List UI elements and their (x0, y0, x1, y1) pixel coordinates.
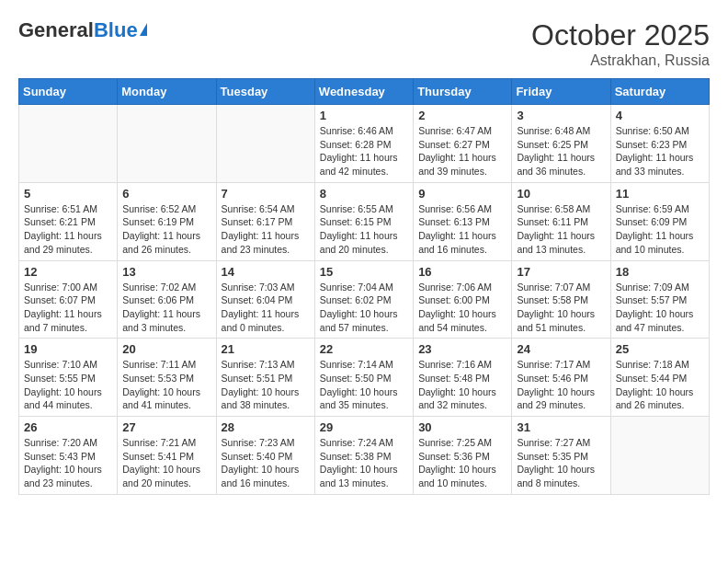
day-info: Sunrise: 7:04 AM Sunset: 6:02 PM Dayligh… (320, 281, 408, 335)
day-number: 13 (122, 265, 210, 279)
calendar-cell (19, 105, 118, 183)
day-number: 4 (616, 109, 704, 122)
day-number: 26 (24, 420, 112, 434)
day-header-saturday: Saturday (610, 79, 709, 105)
day-info: Sunrise: 6:46 AM Sunset: 6:28 PM Dayligh… (320, 124, 408, 178)
calendar-cell: 10Sunrise: 6:58 AM Sunset: 6:11 PM Dayli… (512, 182, 610, 260)
calendar-cell: 15Sunrise: 7:04 AM Sunset: 6:02 PM Dayli… (314, 260, 413, 339)
day-info: Sunrise: 6:58 AM Sunset: 6:11 PM Dayligh… (517, 202, 605, 257)
day-info: Sunrise: 7:02 AM Sunset: 6:06 PM Dayligh… (122, 281, 210, 335)
day-number: 23 (418, 342, 506, 356)
logo-blue: Blue (94, 18, 138, 42)
calendar-cell: 5Sunrise: 6:51 AM Sunset: 6:21 PM Daylig… (19, 182, 118, 260)
day-info: Sunrise: 7:03 AM Sunset: 6:04 PM Dayligh… (222, 281, 310, 335)
calendar-cell: 18Sunrise: 7:09 AM Sunset: 5:57 PM Dayli… (610, 260, 709, 339)
week-row-4: 19Sunrise: 7:10 AM Sunset: 5:55 PM Dayli… (19, 339, 710, 417)
day-header-monday: Monday (118, 79, 216, 105)
calendar-cell: 11Sunrise: 6:59 AM Sunset: 6:09 PM Dayli… (610, 182, 709, 260)
calendar-cell: 12Sunrise: 7:00 AM Sunset: 6:07 PM Dayli… (19, 260, 118, 339)
calendar-cell: 1Sunrise: 6:46 AM Sunset: 6:28 PM Daylig… (314, 105, 413, 183)
calendar-table: SundayMondayTuesdayWednesdayThursdayFrid… (18, 78, 710, 495)
calendar-cell: 27Sunrise: 7:21 AM Sunset: 5:41 PM Dayli… (118, 417, 216, 495)
calendar-cell: 19Sunrise: 7:10 AM Sunset: 5:55 PM Dayli… (19, 339, 118, 417)
calendar-cell: 13Sunrise: 7:02 AM Sunset: 6:06 PM Dayli… (118, 260, 216, 339)
day-info: Sunrise: 6:56 AM Sunset: 6:13 PM Dayligh… (418, 202, 506, 257)
calendar-cell: 7Sunrise: 6:54 AM Sunset: 6:17 PM Daylig… (216, 182, 314, 260)
day-header-friday: Friday (512, 79, 610, 105)
logo-triangle-icon (140, 23, 147, 36)
week-row-3: 12Sunrise: 7:00 AM Sunset: 6:07 PM Dayli… (19, 260, 710, 339)
day-info: Sunrise: 7:00 AM Sunset: 6:07 PM Dayligh… (24, 281, 112, 335)
day-info: Sunrise: 6:48 AM Sunset: 6:25 PM Dayligh… (517, 124, 605, 178)
calendar-cell: 29Sunrise: 7:24 AM Sunset: 5:38 PM Dayli… (314, 417, 413, 495)
day-number: 9 (418, 187, 506, 201)
page-header: General Blue October 2025 Astrakhan, Rus… (18, 18, 710, 69)
day-info: Sunrise: 6:51 AM Sunset: 6:21 PM Dayligh… (24, 202, 112, 257)
week-row-1: 1Sunrise: 6:46 AM Sunset: 6:28 PM Daylig… (19, 105, 710, 183)
calendar-cell: 26Sunrise: 7:20 AM Sunset: 5:43 PM Dayli… (19, 417, 118, 495)
day-number: 7 (222, 187, 310, 201)
day-header-sunday: Sunday (19, 79, 118, 105)
day-info: Sunrise: 7:25 AM Sunset: 5:36 PM Dayligh… (418, 436, 506, 490)
day-header-thursday: Thursday (414, 79, 512, 105)
calendar-cell: 4Sunrise: 6:50 AM Sunset: 6:23 PM Daylig… (610, 105, 709, 183)
day-info: Sunrise: 7:18 AM Sunset: 5:44 PM Dayligh… (616, 358, 704, 412)
calendar-cell (118, 105, 216, 183)
calendar-cell (610, 417, 709, 495)
day-info: Sunrise: 7:10 AM Sunset: 5:55 PM Dayligh… (24, 358, 112, 412)
calendar-cell: 28Sunrise: 7:23 AM Sunset: 5:40 PM Dayli… (216, 417, 314, 495)
day-number: 14 (222, 265, 310, 279)
day-info: Sunrise: 7:27 AM Sunset: 5:35 PM Dayligh… (517, 436, 605, 490)
day-number: 18 (616, 265, 704, 279)
day-number: 19 (24, 342, 112, 356)
day-info: Sunrise: 7:06 AM Sunset: 6:00 PM Dayligh… (418, 281, 506, 335)
calendar-cell: 31Sunrise: 7:27 AM Sunset: 5:35 PM Dayli… (512, 417, 610, 495)
day-number: 1 (320, 109, 408, 122)
location-subtitle: Astrakhan, Russia (531, 52, 710, 69)
day-number: 25 (616, 342, 704, 356)
day-info: Sunrise: 6:55 AM Sunset: 6:15 PM Dayligh… (320, 202, 408, 257)
day-number: 12 (24, 265, 112, 279)
day-number: 21 (222, 342, 310, 356)
calendar-cell: 2Sunrise: 6:47 AM Sunset: 6:27 PM Daylig… (414, 105, 512, 183)
calendar-cell: 21Sunrise: 7:13 AM Sunset: 5:51 PM Dayli… (216, 339, 314, 417)
day-header-tuesday: Tuesday (216, 79, 314, 105)
day-info: Sunrise: 6:54 AM Sunset: 6:17 PM Dayligh… (222, 202, 310, 257)
day-info: Sunrise: 7:11 AM Sunset: 5:53 PM Dayligh… (122, 358, 210, 412)
day-info: Sunrise: 6:47 AM Sunset: 6:27 PM Dayligh… (418, 124, 506, 178)
day-info: Sunrise: 7:21 AM Sunset: 5:41 PM Dayligh… (122, 436, 210, 490)
day-number: 20 (122, 342, 210, 356)
day-info: Sunrise: 7:20 AM Sunset: 5:43 PM Dayligh… (24, 436, 112, 490)
calendar-cell: 8Sunrise: 6:55 AM Sunset: 6:15 PM Daylig… (314, 182, 413, 260)
day-number: 11 (616, 187, 704, 201)
day-info: Sunrise: 7:13 AM Sunset: 5:51 PM Dayligh… (222, 358, 310, 412)
calendar-cell: 3Sunrise: 6:48 AM Sunset: 6:25 PM Daylig… (512, 105, 610, 183)
day-number: 8 (320, 187, 408, 201)
day-number: 17 (517, 265, 605, 279)
calendar-cell: 14Sunrise: 7:03 AM Sunset: 6:04 PM Dayli… (216, 260, 314, 339)
logo: General Blue (18, 18, 147, 42)
day-number: 22 (320, 342, 408, 356)
calendar-header-row: SundayMondayTuesdayWednesdayThursdayFrid… (19, 79, 710, 105)
day-number: 27 (122, 420, 210, 434)
day-number: 10 (517, 187, 605, 201)
day-number: 6 (122, 187, 210, 201)
day-number: 3 (517, 109, 605, 122)
calendar-cell: 20Sunrise: 7:11 AM Sunset: 5:53 PM Dayli… (118, 339, 216, 417)
day-number: 15 (320, 265, 408, 279)
calendar-cell (216, 105, 314, 183)
calendar-cell: 24Sunrise: 7:17 AM Sunset: 5:46 PM Dayli… (512, 339, 610, 417)
day-info: Sunrise: 7:23 AM Sunset: 5:40 PM Dayligh… (222, 436, 310, 490)
day-number: 2 (418, 109, 506, 122)
calendar-cell: 25Sunrise: 7:18 AM Sunset: 5:44 PM Dayli… (610, 339, 709, 417)
day-info: Sunrise: 6:59 AM Sunset: 6:09 PM Dayligh… (616, 202, 704, 257)
day-header-wednesday: Wednesday (314, 79, 413, 105)
day-info: Sunrise: 7:17 AM Sunset: 5:46 PM Dayligh… (517, 358, 605, 412)
day-info: Sunrise: 7:07 AM Sunset: 5:58 PM Dayligh… (517, 281, 605, 335)
logo-general: General (18, 18, 94, 42)
day-number: 5 (24, 187, 112, 201)
calendar-cell: 30Sunrise: 7:25 AM Sunset: 5:36 PM Dayli… (414, 417, 512, 495)
day-number: 24 (517, 342, 605, 356)
month-title: October 2025 (531, 18, 710, 52)
logo-text: General Blue (18, 18, 147, 42)
